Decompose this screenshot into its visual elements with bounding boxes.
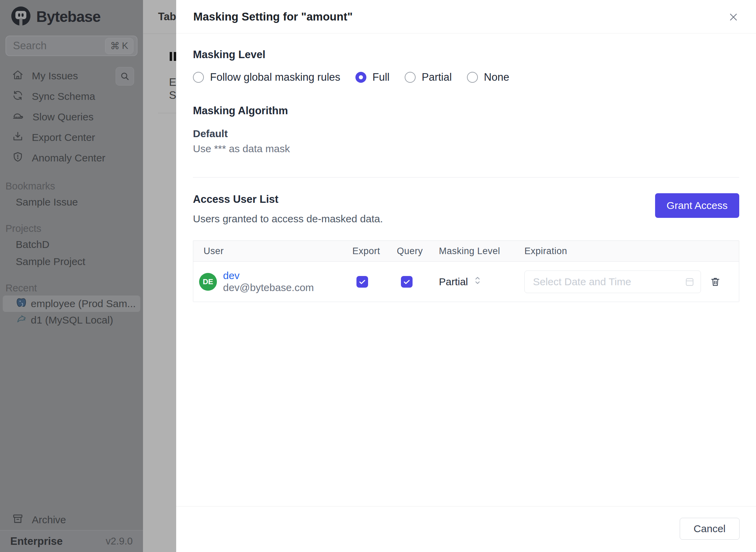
section-divider (193, 177, 739, 178)
download-icon (12, 131, 24, 145)
export-checkbox[interactable] (356, 276, 368, 288)
masking-level-select[interactable]: Partial (439, 275, 524, 288)
radio-follow-global[interactable]: Follow global masking rules (193, 71, 340, 83)
masking-algorithm-heading: Masking Algorithm (193, 105, 739, 117)
modal-body: Masking Level Follow global masking rule… (176, 49, 756, 302)
col-header-masking-level: Masking Level (439, 246, 524, 257)
sidebar-item-archive[interactable]: Archive (0, 510, 143, 530)
radio-partial[interactable]: Partial (405, 71, 452, 83)
background-letter-s: S (169, 89, 176, 102)
grant-access-button[interactable]: Grant Access (655, 193, 739, 218)
archive-icon (12, 513, 24, 527)
expiration-placeholder: Select Date and Time (533, 276, 684, 288)
access-user-list-subtitle: Users granted to access de-masked data. (193, 213, 383, 225)
plan-label[interactable]: Enterprise (10, 535, 63, 548)
close-icon[interactable] (728, 12, 739, 23)
sidebar-footer: Enterprise v2.9.0 (0, 530, 143, 552)
radio-full[interactable]: Full (355, 71, 390, 83)
sidebar-item-export-center[interactable]: Export Center (0, 127, 143, 148)
sidebar-item-sync-schema[interactable]: Sync Schema (0, 86, 143, 107)
modal-footer: Cancel (176, 506, 756, 552)
algorithm-name: Default (193, 128, 739, 140)
col-header-expiration: Expiration (524, 246, 739, 257)
modal-header: Masking Setting for "amount" (176, 0, 756, 34)
section-label-bookmarks: Bookmarks (0, 179, 143, 194)
turtle-icon (12, 110, 24, 124)
background-page-title: Tab (158, 11, 176, 23)
trash-icon[interactable] (710, 276, 721, 287)
radio-icon[interactable] (193, 72, 204, 83)
avatar: DE (199, 273, 217, 291)
col-header-export: Export (352, 246, 397, 257)
access-user-table: User Export Query Masking Level Expirati… (193, 240, 739, 302)
radio-icon[interactable] (467, 72, 478, 83)
col-header-user: User (193, 246, 352, 257)
table-header-row: User Export Query Masking Level Expirati… (193, 241, 739, 262)
quick-search-button[interactable] (116, 67, 134, 86)
sidebar-item-employee-db[interactable]: employee (Prod Sam... (3, 295, 140, 312)
radio-icon[interactable] (405, 72, 416, 83)
brand-name: Bytebase (36, 8, 101, 25)
app-root: Bytebase Search ⌘ K My Issues (0, 0, 756, 552)
expiration-date-input[interactable]: Select Date and Time (524, 271, 701, 293)
bytebase-logo-icon (10, 5, 31, 28)
sidebar-nav: My Issues Sync Schema (0, 66, 143, 168)
sidebar-item-my-issues[interactable]: My Issues (0, 66, 143, 86)
section-label-recent: Recent (0, 280, 143, 295)
radio-icon[interactable] (355, 72, 366, 83)
search-input[interactable]: Search ⌘ K (5, 36, 138, 56)
command-icon: ⌘ (110, 40, 120, 52)
postgres-icon (16, 297, 27, 311)
search-shortcut-badge: ⌘ K (105, 38, 133, 54)
sidebar-item-batchd[interactable]: BatchD (0, 236, 143, 253)
chevron-up-down-icon (473, 275, 482, 288)
masking-level-heading: Masking Level (193, 49, 739, 61)
access-user-list-header: Access User List Users granted to access… (193, 193, 739, 225)
sidebar-item-d1-db[interactable]: d1 (MySQL Local) (3, 312, 140, 328)
access-user-list-heading: Access User List (193, 193, 383, 206)
table-row: DE dev dev@bytebase.com (193, 262, 739, 302)
radio-none[interactable]: None (467, 71, 509, 83)
sidebar-item-sample-project[interactable]: Sample Project (0, 253, 143, 270)
columns-icon (170, 52, 176, 61)
user-link[interactable]: dev (223, 270, 239, 281)
masking-setting-modal: Masking Setting for "amount" Masking Lev… (176, 0, 756, 552)
sidebar-item-sample-issue[interactable]: Sample Issue (0, 194, 143, 211)
sidebar: Bytebase Search ⌘ K My Issues (0, 0, 143, 552)
version-label: v2.9.0 (106, 536, 133, 547)
modal-title: Masking Setting for "amount" (193, 10, 353, 23)
calendar-icon (684, 276, 695, 287)
shield-icon (12, 151, 24, 165)
col-header-query: Query (397, 246, 439, 257)
sync-icon (12, 90, 24, 104)
background-letter-e: E (169, 76, 176, 89)
query-checkbox[interactable] (401, 276, 413, 288)
masking-level-options: Follow global masking rules Full Partial… (193, 71, 739, 83)
algorithm-description: Use *** as data mask (193, 143, 739, 155)
home-icon (12, 69, 24, 83)
brand: Bytebase (0, 0, 143, 28)
section-label-projects: Projects (0, 221, 143, 236)
sidebar-item-slow-queries[interactable]: Slow Queries (0, 107, 143, 127)
cancel-button[interactable]: Cancel (680, 518, 740, 540)
mysql-icon (16, 313, 27, 327)
search-placeholder: Search (13, 40, 105, 52)
user-email: dev@bytebase.com (223, 281, 314, 294)
sidebar-item-anomaly-center[interactable]: Anomaly Center (0, 148, 143, 168)
